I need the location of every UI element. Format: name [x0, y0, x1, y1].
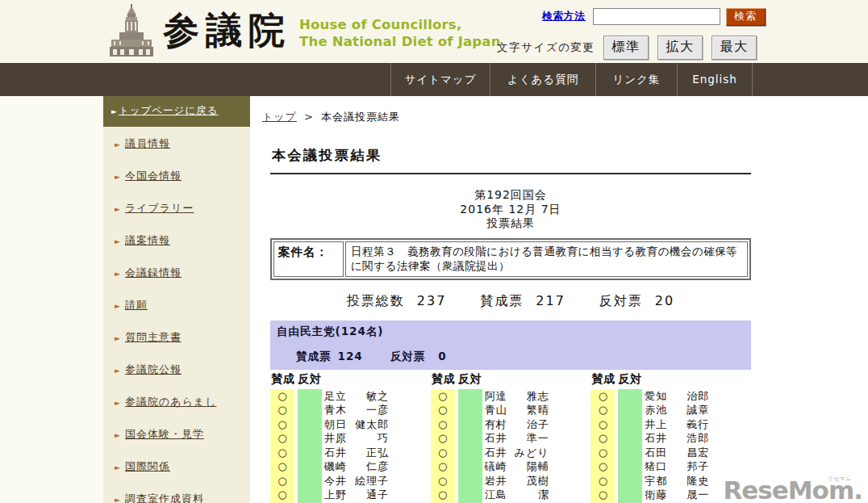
oppose-mark-cell	[298, 389, 322, 404]
sidebar-item[interactable]: ►参議院のあらまし	[103, 385, 250, 417]
breadcrumb-current: 本会議投票結果	[321, 111, 400, 123]
sidebar-item[interactable]: ►請願	[103, 288, 250, 321]
search-help-link[interactable]: 検索方法	[542, 10, 586, 23]
search-button[interactable]: 検索	[726, 8, 766, 26]
sidebar-item[interactable]: ►質問主意書	[103, 321, 250, 353]
member-row: ○ 岩井茂樹	[431, 474, 586, 488]
triangle-arrow-icon: ►	[115, 496, 120, 503]
member-vote-columns: 賛成反対 ○ 足立敏之 ○ 青木一彦	[270, 372, 751, 503]
sidebar-item[interactable]: ►国会体験・見学	[103, 417, 250, 450]
vote-column-2: 賛成反対 ○ 阿達雅志 ○ 青山繁晴	[431, 372, 586, 503]
member-name: 上野通子	[324, 488, 389, 502]
sidebar-item[interactable]: ►会議録情報	[103, 256, 250, 288]
member-row: ○ 井上義行	[590, 417, 746, 432]
text-size-button[interactable]: 最大	[712, 36, 757, 60]
sidebar-item[interactable]: ►ライブラリー	[103, 191, 250, 224]
triangle-arrow-icon: ►	[115, 140, 120, 149]
agree-mark-cell: ○	[590, 403, 615, 417]
text-size-controls: 文字サイズの変更 標準 拡大 最大	[497, 36, 766, 60]
triangle-arrow-icon: ►	[115, 431, 120, 439]
oppose-mark-cell	[298, 403, 322, 417]
agree-mark-cell: ○	[590, 459, 615, 474]
member-name: 石井準一	[485, 431, 549, 446]
agree-mark-cell: ○	[270, 431, 294, 446]
member-row: ○ 石井準一	[431, 431, 586, 446]
party-name: 自由民主党(124名)	[277, 325, 745, 339]
case-name-text: 日程第３ 義務教育の段階における普通教育に相当する教育の機会の確保等に関する法律…	[345, 241, 748, 277]
navbar-item[interactable]: よくある質問	[490, 63, 595, 96]
session-number: 第192回国会	[270, 188, 751, 203]
oppose-mark-cell	[298, 488, 322, 502]
text-size-button[interactable]: 拡大	[657, 36, 703, 60]
agree-mark-cell: ○	[431, 488, 455, 502]
top-navbar: サイトマップ よくある質問 リンク集 English	[0, 63, 868, 97]
sidebar-item[interactable]: ►調査室作成資料	[103, 482, 250, 503]
oppose-mark-cell	[618, 389, 642, 404]
member-name: 江島潔	[485, 488, 549, 502]
agree-mark-cell: ○	[590, 417, 615, 432]
navbar-item[interactable]: English	[677, 63, 753, 96]
oppose-mark-cell	[458, 474, 482, 488]
breadcrumb-home-link[interactable]: トップ	[262, 111, 297, 123]
oppose-mark-cell	[618, 446, 642, 460]
text-size-button[interactable]: 標準	[603, 36, 649, 60]
oppose-mark-cell	[298, 417, 322, 432]
oppose-mark-cell	[458, 431, 482, 446]
navbar-item[interactable]: サイトマップ	[390, 63, 490, 96]
oppose-mark-cell	[458, 488, 482, 502]
session-info: 第192回国会 2016年 12月 7日 投票結果	[270, 188, 751, 231]
oppose-mark-cell	[618, 459, 642, 474]
member-name: 石井正弘	[324, 446, 389, 460]
triangle-arrow-icon: ►	[115, 173, 120, 181]
agree-mark-cell: ○	[270, 389, 294, 404]
agree-mark-cell: ○	[270, 459, 294, 474]
agree-mark-cell: ○	[270, 446, 294, 460]
party-vote-counts: 賛成票124反対票0	[296, 350, 745, 364]
triangle-arrow-icon: ►	[115, 270, 120, 278]
agree-mark-cell: ○	[431, 417, 455, 432]
site-header: 参議院 House of Councillors, The National D…	[0, 0, 868, 63]
member-row: ○ 上野通子	[270, 488, 426, 502]
member-name: 石田昌宏	[645, 446, 709, 460]
sidebar-back-to-top[interactable]: ►トップページに戻る	[103, 96, 250, 127]
member-name: 岩井茂樹	[485, 474, 549, 488]
agree-mark-cell: ○	[590, 389, 615, 404]
member-name: 足立敏之	[324, 389, 389, 404]
navbar-items: サイトマップ よくある質問 リンク集 English	[390, 63, 753, 96]
member-row: ○ 石井浩郎	[590, 431, 746, 446]
agree-mark-cell: ○	[270, 474, 294, 488]
triangle-arrow-icon: ►	[115, 302, 120, 310]
sidebar-item[interactable]: ►国際関係	[103, 450, 250, 482]
left-margin	[0, 96, 103, 503]
vote-totals: 投票総数237賛成票217反対票20	[270, 293, 751, 310]
sidebar-item[interactable]: ►参議院公報	[103, 353, 250, 385]
member-name: 猪口邦子	[645, 459, 709, 474]
member-row: ○ 礒崎陽輔	[431, 459, 586, 474]
member-row: ○ 江島潔	[431, 488, 586, 502]
member-row: ○ 阿達雅志	[431, 389, 586, 404]
page-title: 本会議投票結果	[270, 146, 751, 174]
member-row: ○ 磯崎仁彦	[270, 459, 426, 474]
triangle-arrow-icon: ►	[115, 463, 120, 472]
sidebar-item[interactable]: ►今国会情報	[103, 159, 250, 191]
search-input[interactable]	[593, 8, 720, 25]
main-content: トップ > 本会議投票結果 本会議投票結果 第192回国会 2016年 12月 …	[250, 96, 868, 503]
member-row: ○ 愛知治郎	[590, 389, 746, 404]
member-row: ○ 有村治子	[431, 417, 586, 432]
member-row: ○ 今井絵理子	[270, 474, 426, 488]
site-logo[interactable]: 参議院 House of Councillors, The National D…	[110, 2, 501, 62]
oppose-mark-cell	[458, 403, 482, 417]
oppose-mark-cell	[298, 446, 322, 460]
agree-mark-cell: ○	[431, 474, 455, 488]
member-name: 石井浩郎	[645, 431, 709, 446]
party-header-band: 自由民主党(124名) 賛成票124反対票0	[270, 321, 751, 370]
resemom-ruby: リセマム	[828, 475, 851, 483]
sidebar-item[interactable]: ►議員情報	[103, 127, 250, 159]
member-name: 青山繁晴	[485, 403, 549, 417]
sidebar-item[interactable]: ►議案情報	[103, 224, 250, 256]
member-name: 石井みどり	[485, 446, 549, 460]
site-title-kanji: 参議院	[163, 2, 291, 59]
member-row: ○ 石井正弘	[270, 446, 426, 460]
member-name: 有村治子	[485, 417, 549, 432]
navbar-item[interactable]: リンク集	[595, 63, 677, 96]
